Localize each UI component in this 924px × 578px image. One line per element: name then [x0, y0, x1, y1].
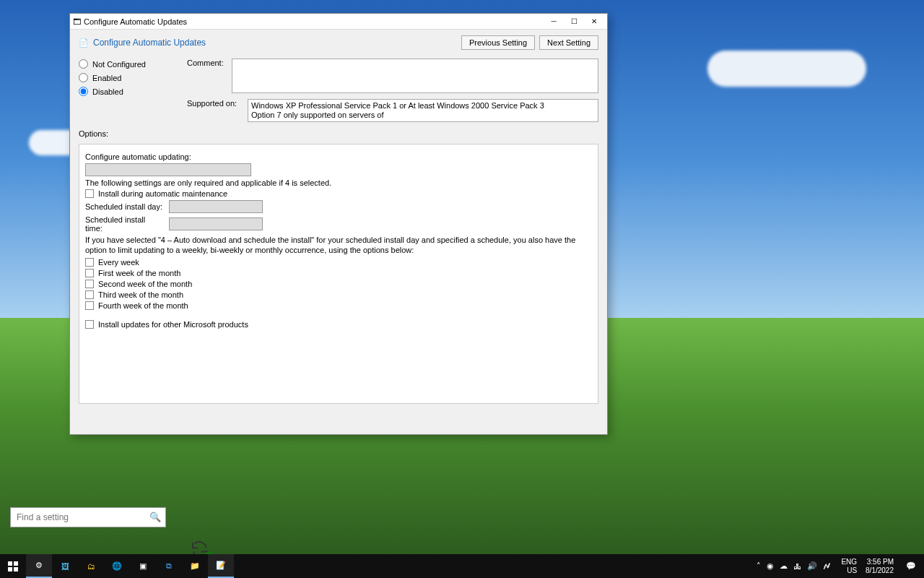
- tray-network-icon[interactable]: 🖧: [793, 562, 801, 571]
- tray-battery-icon[interactable]: 🗲: [823, 562, 831, 571]
- maximize-button[interactable]: ☐: [564, 15, 584, 28]
- sched-time-label: Scheduled install time:: [85, 215, 165, 233]
- taskbar-explorer[interactable]: 🗂: [78, 554, 104, 578]
- comment-label: Comment:: [187, 59, 223, 93]
- chk-second-week[interactable]: [85, 280, 94, 288]
- radio-enabled[interactable]: Enabled: [79, 71, 170, 85]
- radio-disabled[interactable]: Disabled: [79, 85, 170, 98]
- sched-day-label: Scheduled install day:: [85, 202, 165, 211]
- taskbar-vscode[interactable]: ⧉: [156, 554, 182, 578]
- radio-not-configured[interactable]: Not Configured: [79, 57, 170, 71]
- close-button[interactable]: ✕: [584, 15, 604, 28]
- search-container: 🔍: [10, 507, 166, 527]
- notifications-button[interactable]: 💬: [898, 554, 924, 578]
- minimize-button[interactable]: ─: [544, 15, 564, 28]
- sched-note: If you have selected "4 – Auto download …: [85, 235, 592, 256]
- taskbar-edge[interactable]: 🌐: [104, 554, 130, 578]
- taskbar-notepad[interactable]: 📝: [208, 554, 234, 578]
- group-policy-window: 🗔 Configure Automatic Updates ─ ☐ ✕ 📄 Co…: [69, 13, 608, 435]
- svg-rect-2: [8, 567, 12, 571]
- search-input[interactable]: [10, 507, 166, 527]
- search-icon[interactable]: 🔍: [149, 512, 161, 522]
- cloud-graphic: [707, 51, 866, 87]
- taskbar-terminal[interactable]: ▣: [130, 554, 156, 578]
- chk-every-week[interactable]: [85, 258, 94, 267]
- comment-textarea[interactable]: [232, 59, 598, 93]
- configure-updating-combo[interactable]: [85, 163, 251, 176]
- previous-setting-button[interactable]: Previous Setting: [461, 35, 535, 50]
- tray-chevron-icon[interactable]: ˄: [757, 561, 761, 571]
- gp-title: Configure Automatic Updates: [81, 17, 544, 26]
- taskbar-clock[interactable]: 3:56 PM 8/1/2022: [861, 558, 898, 575]
- sched-time-combo[interactable]: [169, 217, 263, 230]
- chk-maintenance[interactable]: [85, 189, 94, 198]
- gp-title-icon: 📄: [79, 38, 89, 48]
- options-note: The following settings are only required…: [85, 178, 592, 187]
- start-button[interactable]: [0, 554, 26, 578]
- tray-meet-icon[interactable]: ◉: [767, 561, 774, 571]
- gp-header-text: Configure Automatic Updates: [89, 38, 457, 48]
- configure-updating-label: Configure automatic updating:: [85, 152, 191, 161]
- chk-other-ms[interactable]: [85, 320, 94, 329]
- supported-on-label: Supported on:: [187, 99, 239, 122]
- sched-day-combo[interactable]: [169, 200, 263, 213]
- chk-fourth-week[interactable]: [85, 301, 94, 310]
- taskbar-folder[interactable]: 📁: [182, 554, 208, 578]
- options-section: Configure automatic updating: The follow…: [79, 144, 598, 404]
- options-label: Options:: [79, 129, 598, 141]
- tray-onedrive-icon[interactable]: ☁: [780, 561, 788, 571]
- svg-rect-1: [14, 561, 18, 566]
- svg-rect-3: [14, 567, 18, 571]
- taskbar-settings[interactable]: ⚙: [26, 554, 52, 578]
- chk-first-week[interactable]: [85, 269, 94, 277]
- system-tray: ˄ ◉ ☁ 🖧 🔊 🗲: [751, 561, 837, 571]
- taskbar-photos[interactable]: 🖼: [52, 554, 78, 578]
- chk-third-week[interactable]: [85, 290, 94, 299]
- gp-titlebar[interactable]: 🗔 Configure Automatic Updates ─ ☐ ✕: [70, 14, 607, 30]
- tray-volume-icon[interactable]: 🔊: [807, 561, 817, 571]
- taskbar: ⚙ 🖼 🗂 🌐 ▣ ⧉ 📁 📝 ˄ ◉ ☁ 🖧 🔊 🗲 ENG US 3:56 …: [0, 554, 924, 578]
- next-setting-button[interactable]: Next Setting: [539, 35, 598, 50]
- taskbar-lang[interactable]: ENG US: [837, 558, 861, 575]
- svg-rect-0: [8, 561, 12, 566]
- supported-on-box: Windows XP Professional Service Pack 1 o…: [248, 99, 598, 122]
- app-icon: 🗔: [73, 17, 81, 26]
